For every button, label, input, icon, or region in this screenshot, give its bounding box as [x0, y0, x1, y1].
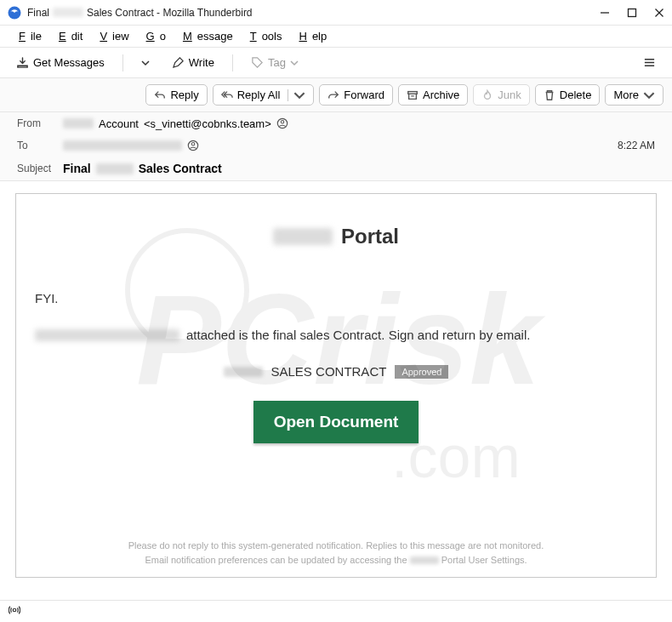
- portal-heading-text: Portal: [341, 225, 399, 248]
- to-row: To 8:22 AM: [17, 134, 655, 157]
- open-document-button[interactable]: Open Document: [253, 401, 419, 443]
- status-badge: Approved: [395, 365, 448, 379]
- reply-label: Reply: [170, 88, 198, 101]
- contract-label: SALES CONTRACT: [271, 364, 387, 379]
- redacted-text: [63, 118, 94, 128]
- chevron-down-icon: [141, 59, 150, 67]
- hamburger-icon: [643, 56, 656, 69]
- footnote-line-1: Please do not reply to this system-gener…: [35, 539, 637, 553]
- menu-go[interactable]: Go: [136, 28, 171, 44]
- menubar: File Edit View Go Message Tools Help: [0, 26, 672, 48]
- redacted-text: [63, 140, 182, 151]
- reply-icon: [154, 89, 166, 101]
- write-button[interactable]: Write: [164, 52, 222, 73]
- reply-all-button[interactable]: Reply All: [213, 84, 315, 106]
- inbox-download-icon: [16, 56, 29, 69]
- menu-file[interactable]: File: [9, 28, 47, 44]
- reply-all-label: Reply All: [237, 88, 281, 101]
- fyi-text: FYI.: [35, 291, 637, 305]
- from-label: From: [17, 117, 63, 129]
- menu-edit[interactable]: Edit: [48, 28, 88, 44]
- menu-message[interactable]: Message: [173, 28, 238, 44]
- window-title-prefix: Final: [27, 7, 49, 19]
- redacted-text: [53, 8, 83, 17]
- online-status-icon[interactable]: [9, 604, 20, 619]
- close-button[interactable]: [653, 7, 665, 19]
- add-contact-icon[interactable]: [187, 140, 199, 151]
- separator: [232, 54, 233, 71]
- reply-all-dropdown[interactable]: [288, 89, 305, 101]
- message-body-wrap: Portal FYI. attached is the final sales …: [0, 181, 672, 578]
- attached-line-text: attached is the final sales Contract. Si…: [186, 328, 530, 342]
- thunderbird-icon: [7, 5, 22, 20]
- add-contact-icon[interactable]: [276, 117, 288, 129]
- more-button[interactable]: More: [605, 84, 663, 106]
- forward-icon: [327, 89, 339, 101]
- trash-icon: [544, 89, 555, 101]
- reply-button[interactable]: Reply: [145, 84, 207, 106]
- footnote-line-2: Email notification preferences can be up…: [35, 553, 637, 568]
- chevron-down-icon: [290, 59, 299, 67]
- toolbar: Get Messages Write Tag: [0, 48, 672, 78]
- window-title-suffix: Sales Contract - Mozilla Thunderbird: [87, 7, 253, 19]
- to-label: To: [17, 140, 63, 151]
- reply-all-icon: [221, 89, 233, 101]
- tag-label: Tag: [268, 56, 286, 69]
- tag-icon: [251, 56, 264, 69]
- chevron-down-icon: [293, 89, 305, 101]
- redacted-text: [96, 163, 134, 174]
- status-bar: [0, 600, 672, 622]
- svg-point-9: [191, 143, 195, 146]
- svg-point-10: [13, 608, 16, 612]
- chevron-down-icon: [643, 89, 655, 101]
- write-label: Write: [189, 56, 214, 69]
- flame-icon: [481, 89, 493, 101]
- maximize-button[interactable]: [626, 7, 638, 19]
- portal-heading: Portal: [35, 225, 637, 248]
- junk-button[interactable]: Junk: [473, 84, 529, 106]
- message-actions: Reply Reply All Forward Archive Junk Del…: [0, 78, 672, 112]
- delete-label: Delete: [560, 88, 592, 101]
- redacted-text: [224, 367, 263, 377]
- message-body: Portal FYI. attached is the final sales …: [15, 193, 657, 578]
- get-messages-label: Get Messages: [33, 56, 105, 69]
- junk-label: Junk: [498, 88, 521, 101]
- forward-button[interactable]: Forward: [319, 84, 393, 106]
- minimize-button[interactable]: [599, 7, 611, 19]
- archive-icon: [407, 89, 419, 101]
- from-address[interactable]: <s_vinetti@cobnks.team>: [144, 117, 271, 130]
- menu-help[interactable]: Help: [289, 28, 333, 44]
- subject-label: Subject: [17, 163, 63, 174]
- subject-prefix: Final: [63, 162, 91, 175]
- delete-button[interactable]: Delete: [535, 84, 601, 106]
- menu-tools[interactable]: Tools: [240, 28, 288, 44]
- svg-point-7: [281, 121, 284, 124]
- get-messages-button[interactable]: Get Messages: [9, 52, 112, 73]
- separator: [122, 54, 123, 71]
- footnote: Please do not reply to this system-gener…: [35, 539, 637, 567]
- titlebar: Final Sales Contract - Mozilla Thunderbi…: [0, 0, 672, 26]
- redacted-text: [35, 329, 179, 341]
- from-row: From Account <s_vinetti@cobnks.team>: [17, 112, 655, 134]
- forward-label: Forward: [344, 88, 384, 101]
- pencil-icon: [172, 56, 185, 69]
- attached-line: attached is the final sales Contract. Si…: [35, 328, 637, 342]
- message-headers: From Account <s_vinetti@cobnks.team> To …: [0, 112, 672, 181]
- message-time: 8:22 AM: [618, 140, 655, 151]
- contract-line: SALES CONTRACT Approved: [35, 364, 637, 379]
- get-messages-dropdown[interactable]: [134, 54, 157, 71]
- window-controls: [599, 7, 665, 19]
- window-title: Final Sales Contract - Mozilla Thunderbi…: [27, 7, 599, 19]
- more-label: More: [613, 88, 639, 101]
- svg-rect-5: [408, 91, 418, 94]
- menu-view[interactable]: View: [89, 28, 134, 44]
- app-menu-button[interactable]: [635, 52, 663, 73]
- from-name: Account: [99, 117, 139, 130]
- redacted-text: [273, 228, 333, 245]
- redacted-text: [410, 556, 439, 564]
- archive-label: Archive: [423, 88, 459, 101]
- archive-button[interactable]: Archive: [398, 84, 468, 106]
- subject-row: Subject Final Sales Contract: [17, 157, 655, 180]
- tag-button[interactable]: Tag: [243, 52, 306, 73]
- subject-suffix: Sales Contract: [139, 162, 222, 175]
